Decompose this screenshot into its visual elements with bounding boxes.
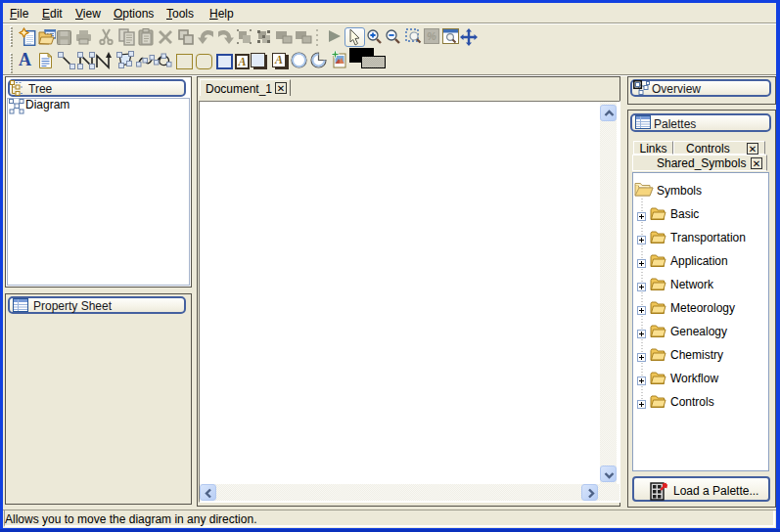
svg-text:%: % bbox=[427, 30, 436, 42]
